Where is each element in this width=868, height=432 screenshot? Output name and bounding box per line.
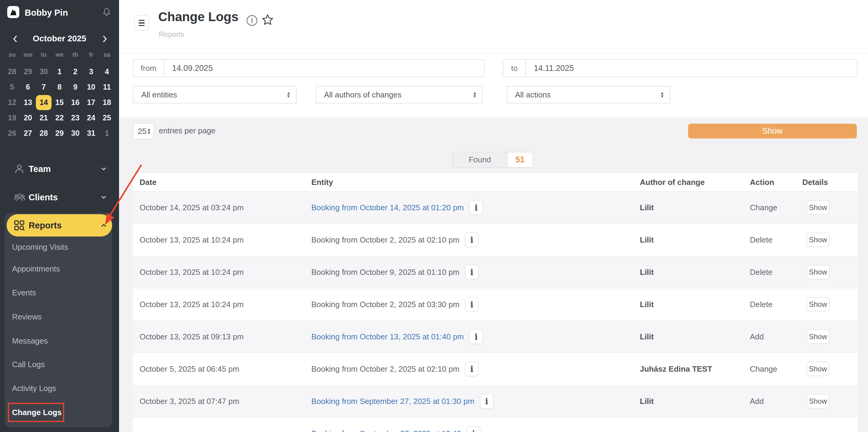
cell-author: Lilit (640, 300, 654, 309)
info-button[interactable]: i (465, 265, 478, 280)
calendar-day[interactable]: 22 (52, 110, 67, 125)
entity-link[interactable]: Booking from September 27, 2025 at 10:40 (311, 429, 461, 432)
date-from-group: from (133, 59, 485, 77)
show-filter-button[interactable]: Show (688, 124, 857, 139)
entity-link[interactable]: Booking from October 14, 2025 at 01:20 p… (311, 203, 464, 212)
show-details-button[interactable]: Show (807, 362, 830, 376)
cell-entity: Booking from September 27, 2025 at 01:30… (311, 394, 494, 409)
sidebar-item-call-logs[interactable]: Call Logs (12, 358, 44, 371)
calendar-day[interactable]: 25 (99, 110, 115, 125)
sidebar-item-team[interactable]: Team (0, 158, 119, 180)
info-button[interactable]: i (469, 200, 483, 215)
entity-link[interactable]: Booking from October 13, 2025 at 01:40 p… (311, 332, 464, 342)
calendar-day[interactable]: 29 (52, 125, 67, 141)
cell-entity: Booking from October 9, 2025 at 01:10 pm… (311, 265, 478, 280)
calendar-day[interactable]: 20 (20, 110, 36, 125)
cell-entity: Booking from October 13, 2025 at 01:40 p… (311, 329, 483, 344)
dow-label: mo (20, 51, 36, 58)
calendar-day[interactable]: 31 (83, 125, 99, 141)
cell-author: Lilit (640, 203, 654, 212)
show-details-button[interactable]: Show (807, 394, 830, 408)
calendar-day[interactable]: 11 (99, 79, 115, 95)
info-button[interactable]: i (467, 426, 480, 432)
calendar-day[interactable]: 19 (4, 110, 20, 125)
change-logs-annotation-box: Change Logs (8, 403, 64, 422)
info-button[interactable]: i (465, 362, 478, 376)
calendar-day[interactable]: 15 (52, 95, 67, 110)
sidebar-item-clients[interactable]: Clients (0, 186, 119, 208)
sidebar-item-activity-logs[interactable]: Activity Logs (12, 382, 56, 394)
calendar-day[interactable]: 2 (67, 64, 83, 79)
info-button[interactable]: i (465, 232, 478, 248)
cell-date: October 13, 2025 at 10:24 pm (140, 267, 244, 277)
show-details-button[interactable]: Show (807, 200, 830, 215)
sidebar-item-messages[interactable]: Messages (12, 335, 48, 347)
sidebar-item-reports[interactable]: Reports (7, 214, 112, 236)
sidebar-item-change-logs[interactable]: Change Logs (12, 406, 62, 419)
logo-triangle-icon (9, 8, 17, 16)
info-button[interactable]: i (465, 297, 478, 312)
sidebar-item-upcoming-visits[interactable]: Upcoming Visits (12, 241, 68, 253)
info-button[interactable]: i (480, 394, 494, 409)
calendar-day[interactable]: 26 (4, 125, 20, 141)
per-page-select[interactable]: 25 ▲▼ (133, 123, 154, 139)
calendar-day[interactable]: 30 (67, 125, 83, 141)
entities-select[interactable]: All entities ▲▼ (133, 86, 297, 104)
calendar-day[interactable]: 3 (83, 64, 99, 79)
change-logs-table: Date Entity Author of change Action Deta… (133, 173, 858, 432)
dow-label: fr (83, 51, 99, 58)
calendar-day[interactable]: 12 (4, 95, 20, 110)
sidebar-item-appointments[interactable]: Appointments (12, 263, 60, 275)
show-details-button[interactable]: Show (807, 265, 830, 279)
calendar-day[interactable]: 16 (67, 95, 83, 110)
menu-toggle-button[interactable] (134, 15, 149, 31)
breadcrumb: Reports (159, 30, 184, 39)
calendar-day[interactable]: 30 (36, 64, 52, 79)
star-icon[interactable] (261, 14, 274, 26)
sidebar-item-events[interactable]: Events (12, 287, 36, 299)
cell-action: Delete (750, 267, 772, 277)
calendar-day[interactable]: 8 (52, 79, 67, 95)
info-icon[interactable]: i (247, 15, 257, 26)
entity-link[interactable]: Booking from September 27, 2025 at 01:30… (311, 397, 474, 406)
sidebar-item-reviews[interactable]: Reviews (12, 311, 41, 323)
actions-select-value: All actions (515, 90, 551, 99)
calendar-day[interactable]: 4 (99, 64, 115, 79)
actions-select[interactable]: All actions ▲▼ (507, 86, 670, 104)
bell-icon[interactable] (102, 7, 112, 17)
per-page-value: 25 (138, 127, 147, 136)
calendar-day[interactable]: 27 (20, 125, 36, 141)
calendar-day[interactable]: 28 (36, 125, 52, 141)
show-details-button[interactable]: Show (807, 233, 830, 247)
calendar-day[interactable]: 21 (36, 110, 52, 125)
calendar-next-button[interactable] (99, 34, 110, 44)
calendar-day[interactable]: 24 (83, 110, 99, 125)
calendar-day[interactable]: 18 (99, 95, 115, 110)
cell-author: Lilit (640, 267, 654, 277)
authors-select[interactable]: All authors of changes ▲▼ (315, 86, 483, 104)
calendar-day[interactable]: 17 (83, 95, 99, 110)
calendar-day[interactable]: 6 (20, 79, 36, 95)
show-details-button[interactable]: Show (807, 297, 830, 312)
calendar-day[interactable]: 23 (67, 110, 83, 125)
show-details-button[interactable]: Show (807, 329, 830, 344)
calendar-day[interactable]: 7 (36, 79, 52, 95)
calendar-day[interactable]: 29 (20, 64, 36, 79)
table-row: October 13, 2025 at 10:24 pm Booking fro… (133, 224, 858, 256)
calendar-day-selected[interactable]: 14 (36, 95, 52, 110)
col-date: Date (140, 178, 156, 187)
cell-action: Change (750, 365, 777, 374)
page-title: Change Logs (158, 10, 239, 24)
calendar-day[interactable]: 13 (20, 95, 36, 110)
calendar-day[interactable]: 5 (4, 79, 20, 95)
calendar-day[interactable]: 1 (52, 64, 67, 79)
calendar-day[interactable]: 10 (83, 79, 99, 95)
info-button[interactable]: i (469, 329, 483, 344)
cell-author: Lilit (640, 235, 654, 244)
calendar-day[interactable]: 9 (67, 79, 83, 95)
calendar-day[interactable]: 28 (4, 64, 20, 79)
cell-date: October 13, 2025 at 10:24 pm (140, 300, 244, 309)
date-from-input[interactable] (164, 59, 485, 77)
date-to-input[interactable] (526, 59, 858, 77)
calendar-day[interactable]: 1 (99, 125, 115, 141)
